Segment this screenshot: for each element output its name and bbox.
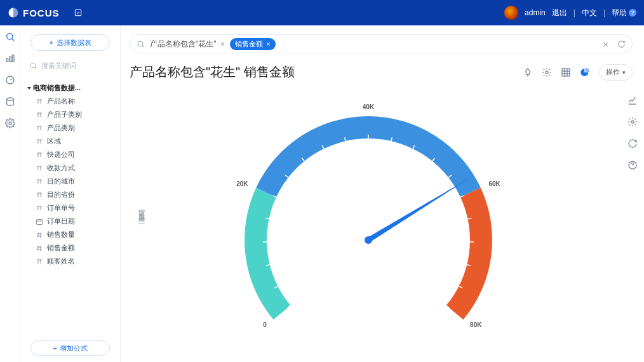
text-field-icon [36, 204, 43, 212]
field-label: 顾客姓名 [47, 257, 75, 266]
text-field-icon [36, 138, 43, 145]
header-right: admin 退出 | 中文 | 帮助 ? [504, 6, 636, 20]
svg-point-11 [546, 71, 548, 74]
svg-point-40 [631, 121, 634, 123]
field-item[interactable]: 销售数量 [36, 230, 114, 239]
brand-logo: FOCUS [8, 7, 60, 18]
number-field-icon [36, 231, 43, 239]
field-label: 产品类别 [47, 123, 75, 133]
dashboard-icon[interactable] [5, 75, 15, 85]
avatar[interactable] [504, 6, 518, 20]
field-label: 订单单号 [47, 203, 75, 213]
pin-icon[interactable] [523, 67, 533, 77]
field-item[interactable]: 产品名称 [36, 97, 114, 106]
field-label: 目的城市 [47, 177, 75, 186]
pie-chart-icon[interactable] [580, 67, 590, 77]
text-field-icon [36, 98, 43, 105]
refresh-icon[interactable] [617, 40, 626, 48]
tag-remove-icon[interactable]: × [266, 40, 270, 48]
operations-button[interactable]: 操作 ▾ [599, 64, 633, 81]
svg-point-10 [138, 41, 143, 46]
search-icon [137, 40, 145, 48]
text-field-icon [36, 164, 43, 172]
number-field-icon [36, 245, 43, 252]
username[interactable]: admin [525, 8, 546, 17]
data-icon[interactable] [5, 97, 15, 107]
text-field-icon [36, 151, 43, 159]
refresh-icon[interactable] [627, 138, 638, 149]
field-label: 销售数量 [47, 230, 75, 239]
field-label: 快递公司 [47, 150, 75, 159]
query-bar[interactable]: 产品名称包含"花生" × 销售金额 × × [130, 34, 633, 53]
chart-area: 销售金额(总和) 020K40K60K80K [130, 84, 633, 339]
query-text-chip[interactable]: 产品名称包含"花生" [150, 39, 217, 50]
text-field-icon [36, 178, 43, 185]
field-item[interactable]: 收款方式 [36, 163, 114, 173]
query-tag[interactable]: 销售金额 × [230, 38, 275, 50]
field-item[interactable]: 订单日期 [36, 217, 114, 226]
brand-text: FOCUS [23, 8, 60, 18]
text-field-icon [36, 258, 43, 265]
field-label: 销售金额 [47, 243, 75, 253]
logout-link[interactable]: 退出 [552, 8, 567, 18]
chevron-down-icon: ▾ [622, 69, 626, 76]
chip-remove-icon[interactable]: × [220, 39, 225, 49]
field-item[interactable]: 顾客姓名 [36, 257, 114, 266]
svg-text:60K: 60K [488, 180, 500, 187]
right-tool-rail [621, 95, 644, 170]
svg-rect-2 [6, 58, 8, 62]
field-list: 产品名称产品子类别产品类别区域快递公司收款方式目的城市目的省份订单单号订单日期销… [27, 97, 114, 266]
field-label: 订单日期 [47, 217, 75, 226]
field-group-title[interactable]: 电商销售数据... [28, 83, 114, 93]
svg-text:40K: 40K [363, 104, 375, 111]
clear-icon[interactable]: × [603, 39, 608, 50]
field-item[interactable]: 区域 [36, 137, 114, 146]
line-chart-icon[interactable] [627, 95, 638, 105]
svg-text:20K: 20K [236, 180, 248, 187]
gear-icon[interactable] [542, 67, 552, 77]
settings-icon[interactable] [5, 118, 15, 128]
axis-label: 销售金额(总和) [137, 218, 146, 227]
brand-icon [8, 7, 19, 18]
svg-point-7 [9, 122, 11, 124]
lang-link[interactable]: 中文 [582, 8, 597, 18]
add-formula-button[interactable]: + 增加公式 [30, 340, 110, 356]
field-label: 目的省份 [47, 190, 75, 199]
sidebar-search[interactable]: 搜索关键词 [27, 61, 114, 76]
svg-text:80K: 80K [470, 321, 482, 328]
field-item[interactable]: 快递公司 [36, 150, 114, 159]
help-icon[interactable] [627, 160, 638, 170]
caret-down-icon [27, 87, 31, 90]
svg-text:0: 0 [263, 321, 267, 328]
field-item[interactable]: 目的城市 [36, 177, 114, 186]
field-item[interactable]: 产品类别 [36, 123, 114, 133]
svg-rect-12 [562, 69, 570, 76]
help-badge-icon: ? [629, 9, 636, 17]
gear-icon[interactable] [627, 117, 638, 127]
field-item[interactable]: 目的省份 [36, 190, 114, 199]
main: 产品名称包含"花生" × 销售金额 × × 产品名称包含"花生" 销售金额 操作… [121, 25, 644, 362]
app-header: FOCUS admin 退出 | 中文 | 帮助 ? [0, 0, 644, 25]
chart-icon[interactable] [5, 53, 15, 64]
text-field-icon [36, 111, 43, 119]
left-icon-rail [0, 25, 20, 362]
page-title: 产品名称包含"花生" 销售金额 [130, 64, 295, 81]
date-field-icon [36, 218, 43, 225]
field-item[interactable]: 产品子类别 [36, 110, 114, 119]
field-item[interactable]: 订单单号 [36, 203, 114, 213]
edit-icon[interactable] [71, 6, 85, 20]
select-data-button[interactable]: + 选择数据表 [30, 34, 110, 51]
svg-point-6 [6, 98, 13, 100]
field-label: 收款方式 [47, 163, 75, 173]
search-icon [29, 62, 37, 70]
help-link[interactable]: 帮助 ? [612, 8, 636, 18]
svg-rect-3 [9, 57, 11, 62]
svg-point-8 [30, 63, 36, 68]
search-placeholder: 搜索关键词 [41, 61, 76, 70]
table-icon[interactable] [561, 67, 571, 77]
field-item[interactable]: 销售金额 [36, 243, 114, 253]
search-icon[interactable] [5, 32, 15, 42]
svg-point-39 [365, 236, 372, 244]
plus-icon: + [49, 39, 53, 46]
svg-rect-9 [37, 219, 43, 224]
